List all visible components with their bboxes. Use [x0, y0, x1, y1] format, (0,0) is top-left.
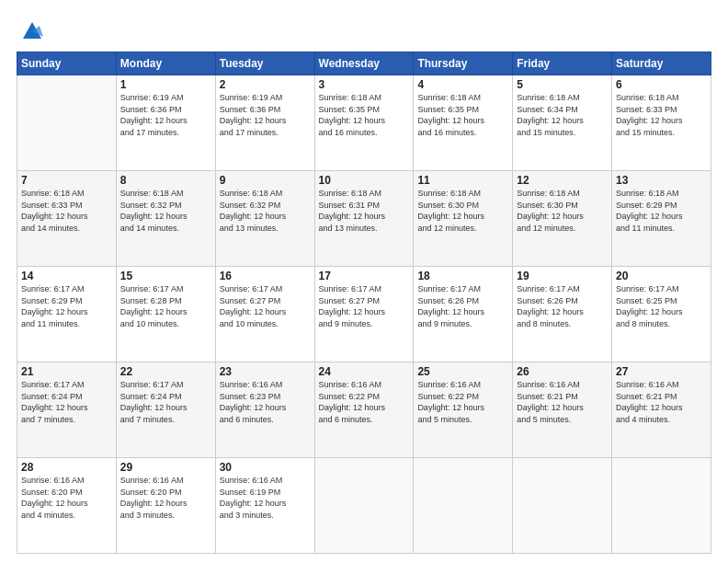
day-info: Sunrise: 6:16 AM Sunset: 6:22 PM Dayligh… — [417, 379, 508, 425]
day-info: Sunrise: 6:17 AM Sunset: 6:27 PM Dayligh… — [319, 283, 410, 329]
day-info: Sunrise: 6:19 AM Sunset: 6:36 PM Dayligh… — [120, 92, 211, 138]
day-number: 16 — [220, 270, 311, 282]
day-info: Sunrise: 6:18 AM Sunset: 6:32 PM Dayligh… — [120, 188, 211, 234]
calendar-week-1: 1Sunrise: 6:19 AM Sunset: 6:36 PM Daylig… — [17, 75, 711, 171]
calendar-cell: 12Sunrise: 6:18 AM Sunset: 6:30 PM Dayli… — [513, 171, 612, 267]
logo-icon — [19, 18, 45, 44]
calendar-cell: 7Sunrise: 6:18 AM Sunset: 6:33 PM Daylig… — [17, 171, 117, 267]
calendar-cell: 28Sunrise: 6:16 AM Sunset: 6:20 PM Dayli… — [17, 458, 117, 554]
day-info: Sunrise: 6:18 AM Sunset: 6:33 PM Dayligh… — [616, 92, 707, 138]
day-info: Sunrise: 6:18 AM Sunset: 6:32 PM Dayligh… — [220, 188, 311, 234]
day-number: 22 — [120, 365, 211, 378]
day-number: 11 — [417, 174, 508, 187]
day-info: Sunrise: 6:18 AM Sunset: 6:31 PM Dayligh… — [319, 188, 410, 234]
calendar-week-4: 21Sunrise: 6:17 AM Sunset: 6:24 PM Dayli… — [17, 362, 711, 458]
calendar-cell — [314, 458, 414, 554]
day-info: Sunrise: 6:18 AM Sunset: 6:34 PM Dayligh… — [517, 92, 608, 138]
calendar-cell: 20Sunrise: 6:17 AM Sunset: 6:25 PM Dayli… — [612, 267, 711, 362]
calendar-cell: 9Sunrise: 6:18 AM Sunset: 6:32 PM Daylig… — [215, 171, 314, 267]
calendar-cell: 5Sunrise: 6:18 AM Sunset: 6:34 PM Daylig… — [513, 75, 612, 171]
day-info: Sunrise: 6:18 AM Sunset: 6:35 PM Dayligh… — [319, 92, 410, 138]
calendar-cell: 18Sunrise: 6:17 AM Sunset: 6:26 PM Dayli… — [414, 267, 513, 362]
weekday-header-friday: Friday — [513, 52, 612, 75]
calendar-cell — [414, 458, 513, 554]
day-number: 25 — [417, 365, 508, 378]
day-number: 15 — [120, 270, 211, 282]
day-number: 6 — [616, 78, 707, 91]
calendar-cell: 29Sunrise: 6:16 AM Sunset: 6:20 PM Dayli… — [116, 458, 215, 554]
day-info: Sunrise: 6:18 AM Sunset: 6:30 PM Dayligh… — [417, 188, 508, 234]
calendar-cell: 13Sunrise: 6:18 AM Sunset: 6:29 PM Dayli… — [612, 171, 711, 267]
calendar-cell: 10Sunrise: 6:18 AM Sunset: 6:31 PM Dayli… — [314, 171, 414, 267]
day-info: Sunrise: 6:17 AM Sunset: 6:26 PM Dayligh… — [417, 283, 508, 329]
calendar-cell: 14Sunrise: 6:17 AM Sunset: 6:29 PM Dayli… — [17, 267, 117, 362]
weekday-header-wednesday: Wednesday — [314, 52, 414, 75]
day-number: 5 — [517, 78, 608, 91]
day-info: Sunrise: 6:17 AM Sunset: 6:26 PM Dayligh… — [517, 283, 608, 329]
weekday-header-tuesday: Tuesday — [215, 52, 314, 75]
calendar-cell: 21Sunrise: 6:17 AM Sunset: 6:24 PM Dayli… — [17, 362, 117, 458]
day-info: Sunrise: 6:18 AM Sunset: 6:33 PM Dayligh… — [21, 188, 112, 234]
day-number: 20 — [616, 270, 707, 282]
calendar-cell: 4Sunrise: 6:18 AM Sunset: 6:35 PM Daylig… — [414, 75, 513, 171]
day-info: Sunrise: 6:18 AM Sunset: 6:30 PM Dayligh… — [517, 188, 608, 234]
calendar-cell — [513, 458, 612, 554]
day-info: Sunrise: 6:18 AM Sunset: 6:29 PM Dayligh… — [616, 188, 707, 234]
day-number: 30 — [220, 461, 311, 474]
calendar-cell: 2Sunrise: 6:19 AM Sunset: 6:36 PM Daylig… — [215, 75, 314, 171]
day-number: 8 — [120, 174, 211, 187]
weekday-header-thursday: Thursday — [414, 52, 513, 75]
calendar-cell: 3Sunrise: 6:18 AM Sunset: 6:35 PM Daylig… — [314, 75, 414, 171]
calendar-week-2: 7Sunrise: 6:18 AM Sunset: 6:33 PM Daylig… — [17, 171, 711, 267]
day-info: Sunrise: 6:16 AM Sunset: 6:22 PM Dayligh… — [319, 379, 410, 425]
calendar-cell: 27Sunrise: 6:16 AM Sunset: 6:21 PM Dayli… — [612, 362, 711, 458]
day-number: 18 — [417, 270, 508, 282]
day-info: Sunrise: 6:17 AM Sunset: 6:28 PM Dayligh… — [120, 283, 211, 329]
day-number: 21 — [21, 365, 112, 378]
day-number: 29 — [120, 461, 211, 474]
calendar-cell: 17Sunrise: 6:17 AM Sunset: 6:27 PM Dayli… — [314, 267, 414, 362]
day-info: Sunrise: 6:16 AM Sunset: 6:20 PM Dayligh… — [21, 475, 112, 521]
day-number: 19 — [517, 270, 608, 282]
weekday-header-saturday: Saturday — [612, 52, 711, 75]
calendar-week-5: 28Sunrise: 6:16 AM Sunset: 6:20 PM Dayli… — [17, 458, 711, 554]
day-info: Sunrise: 6:16 AM Sunset: 6:23 PM Dayligh… — [220, 379, 311, 425]
day-number: 14 — [21, 270, 112, 282]
day-info: Sunrise: 6:18 AM Sunset: 6:35 PM Dayligh… — [417, 92, 508, 138]
calendar-week-3: 14Sunrise: 6:17 AM Sunset: 6:29 PM Dayli… — [17, 267, 711, 362]
weekday-header-monday: Monday — [116, 52, 215, 75]
day-number: 3 — [319, 78, 410, 91]
day-number: 27 — [616, 365, 707, 378]
day-number: 9 — [220, 174, 311, 187]
calendar-cell: 24Sunrise: 6:16 AM Sunset: 6:22 PM Dayli… — [314, 362, 414, 458]
weekday-header-sunday: Sunday — [17, 52, 117, 75]
day-number: 10 — [319, 174, 410, 187]
calendar-table: SundayMondayTuesdayWednesdayThursdayFrid… — [17, 52, 711, 554]
calendar-cell: 15Sunrise: 6:17 AM Sunset: 6:28 PM Dayli… — [116, 267, 215, 362]
calendar-cell — [17, 75, 117, 171]
day-info: Sunrise: 6:16 AM Sunset: 6:20 PM Dayligh… — [120, 475, 211, 521]
calendar-cell: 22Sunrise: 6:17 AM Sunset: 6:24 PM Dayli… — [116, 362, 215, 458]
calendar-cell — [612, 458, 711, 554]
day-info: Sunrise: 6:16 AM Sunset: 6:19 PM Dayligh… — [220, 475, 311, 521]
day-number: 23 — [220, 365, 311, 378]
day-info: Sunrise: 6:17 AM Sunset: 6:27 PM Dayligh… — [220, 283, 311, 329]
day-info: Sunrise: 6:16 AM Sunset: 6:21 PM Dayligh… — [616, 379, 707, 425]
day-number: 7 — [21, 174, 112, 187]
calendar-cell: 26Sunrise: 6:16 AM Sunset: 6:21 PM Dayli… — [513, 362, 612, 458]
calendar-cell: 16Sunrise: 6:17 AM Sunset: 6:27 PM Dayli… — [215, 267, 314, 362]
logo — [17, 17, 45, 44]
day-info: Sunrise: 6:17 AM Sunset: 6:25 PM Dayligh… — [616, 283, 707, 329]
calendar-cell: 19Sunrise: 6:17 AM Sunset: 6:26 PM Dayli… — [513, 267, 612, 362]
day-number: 4 — [417, 78, 508, 91]
day-number: 13 — [616, 174, 707, 187]
day-info: Sunrise: 6:17 AM Sunset: 6:24 PM Dayligh… — [120, 379, 211, 425]
header — [17, 17, 711, 44]
day-number: 28 — [21, 461, 112, 474]
day-number: 26 — [517, 365, 608, 378]
day-number: 1 — [120, 78, 211, 91]
day-info: Sunrise: 6:17 AM Sunset: 6:24 PM Dayligh… — [21, 379, 112, 425]
day-info: Sunrise: 6:16 AM Sunset: 6:21 PM Dayligh… — [517, 379, 608, 425]
day-number: 2 — [220, 78, 311, 91]
day-info: Sunrise: 6:17 AM Sunset: 6:29 PM Dayligh… — [21, 283, 112, 329]
